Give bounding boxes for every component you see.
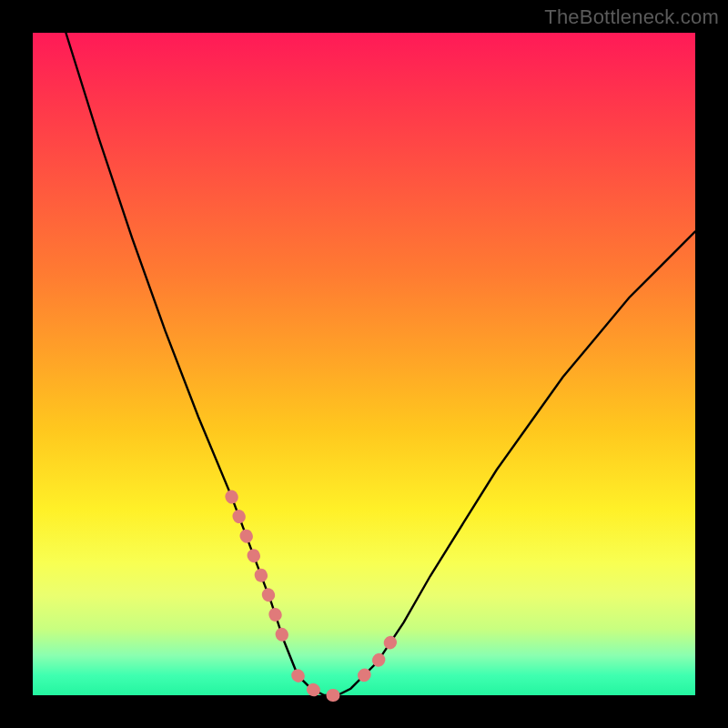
curve-layer	[33, 33, 695, 695]
highlight-right	[364, 642, 390, 675]
bottleneck-curve	[66, 33, 695, 695]
watermark-label: TheBottleneck.com	[544, 5, 719, 29]
chart-frame: TheBottleneck.com	[0, 0, 728, 728]
plot-area	[33, 33, 695, 695]
highlight-left	[231, 497, 284, 642]
